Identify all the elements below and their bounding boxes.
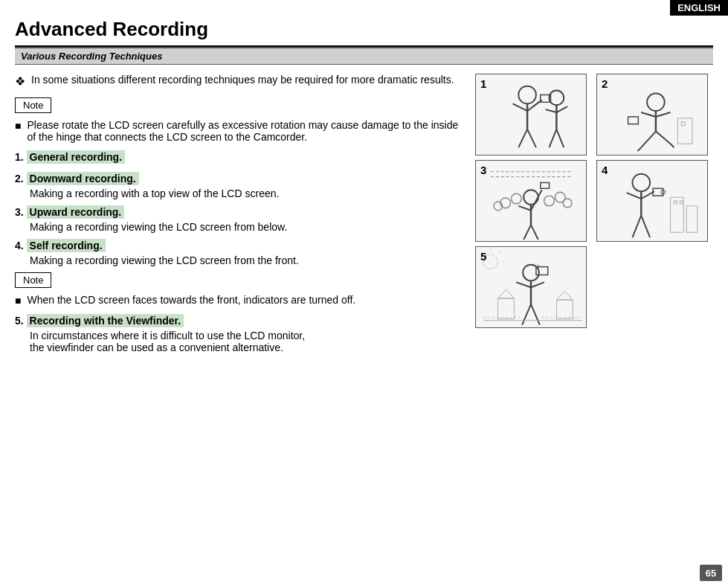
square-bullet-2-icon: ■ xyxy=(15,295,21,307)
image-3: 3 xyxy=(475,160,587,242)
section-1: 1. General recording. xyxy=(15,150,463,166)
image-1: 1 xyxy=(475,74,587,155)
note2-bullet-item: ■ When the LCD screen faces towards the … xyxy=(15,294,463,307)
intro-text: In some situations different recording t… xyxy=(31,74,454,86)
image-5: 5 xyxy=(475,246,587,328)
diamond-icon: ❖ xyxy=(15,74,25,89)
image-2-number: 2 xyxy=(602,77,608,90)
image-4: 4 xyxy=(596,160,708,242)
square-bullet-icon: ■ xyxy=(15,120,21,132)
page-title: Advanced Recording xyxy=(15,18,713,47)
note1-text: Please rotate the LCD screen carefully a… xyxy=(27,119,463,143)
section-2: 2. Downward recording. Making a recordin… xyxy=(15,172,463,199)
section-3-body: Making a recording viewing the LCD scree… xyxy=(30,221,463,233)
image-3-number: 3 xyxy=(480,164,486,176)
section-1-heading: General recording. xyxy=(27,150,125,164)
intro-line: ❖ In some situations different recording… xyxy=(15,74,463,89)
note2-box: Note xyxy=(15,272,51,288)
image-1-number: 1 xyxy=(480,77,486,90)
image-5-number: 5 xyxy=(480,250,486,263)
section-3: 3. Upward recording. Making a recording … xyxy=(15,205,463,233)
right-column: 1 xyxy=(475,74,713,359)
svg-rect-42 xyxy=(597,161,706,241)
section-4-heading: Self recording. xyxy=(27,239,106,252)
svg-rect-26 xyxy=(476,161,585,241)
section-2-body: Making a recording with a top view of th… xyxy=(30,187,463,199)
page-number: 65 xyxy=(700,565,722,581)
section-banner: Various Recording Techniques xyxy=(15,47,713,65)
section-1-number: 1. xyxy=(15,151,27,163)
section-4-body: Making a recording viewing the LCD scree… xyxy=(30,254,463,266)
section-5-body: In circumstances where it is difficult t… xyxy=(30,330,463,353)
note1-bullet-item: ■ Please rotate the LCD screen carefully… xyxy=(15,119,463,143)
section-3-heading: Upward recording. xyxy=(27,205,125,219)
images-grid: 1 xyxy=(475,74,713,328)
image-4-number: 4 xyxy=(602,164,608,176)
note2-text: When the LCD screen faces towards the fr… xyxy=(27,294,355,306)
image-2: 2 xyxy=(596,74,708,155)
section-4-number: 4. xyxy=(15,240,27,251)
svg-rect-14 xyxy=(597,74,706,155)
section-2-heading: Downward recording. xyxy=(27,172,139,185)
section-5: 5. Recording with the Viewfinder. In cir… xyxy=(15,314,463,353)
section-5-number: 5. xyxy=(15,315,27,327)
section-3-number: 3. xyxy=(15,206,27,218)
left-column: ❖ In some situations different recording… xyxy=(15,74,463,359)
note1-box: Note xyxy=(15,97,51,113)
section-2-number: 2. xyxy=(15,173,27,185)
section-5-heading: Recording with the Viewfinder. xyxy=(27,314,184,327)
section-4: 4. Self recording. Making a recording vi… xyxy=(15,239,463,266)
